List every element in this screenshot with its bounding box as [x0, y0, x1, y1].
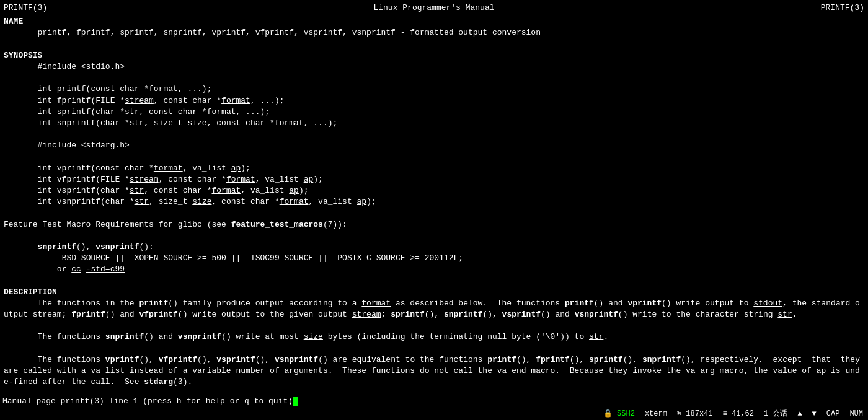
prompt-bar: Manual page printf(3) line 1 (press h fo…	[0, 395, 868, 408]
man-page-content: PRINTF(3) Linux Programmer's Manual PRIN…	[0, 0, 868, 401]
snprintf-or: or cc -std=c99	[4, 264, 864, 275]
blank-4	[4, 151, 864, 162]
status-ssh2: 🔒 SSH2	[601, 409, 637, 419]
synopsis-vfunc-2: int vfprintf(FILE *stream, const char *f…	[4, 174, 864, 185]
section-name-title: NAME	[4, 16, 864, 27]
desc-line-2: The functions snprintf() and vsnprintf()…	[4, 331, 864, 343]
desc-line-3: The functions vprintf(), vfprintf(), vsp…	[4, 354, 864, 388]
synopsis-vfunc-4: int vsnprintf(char *str, size_t size, co…	[4, 196, 864, 208]
synopsis-func-3: int sprintf(char *str, const char *forma…	[4, 107, 864, 118]
blank-3	[4, 129, 864, 140]
synopsis-func-4: int snprintf(char *str, size_t size, con…	[4, 118, 864, 129]
blank-8	[4, 320, 864, 331]
synopsis-func-1: int printf(const char *format, ...);	[4, 84, 864, 95]
snprintf-label: snprintf(), vsnprintf():	[4, 242, 864, 253]
section-description-title: DESCRIPTION	[4, 287, 864, 298]
status-num: NUM	[847, 409, 866, 419]
status-scroll-up[interactable]: ▲	[795, 409, 804, 419]
status-xterm: xterm	[642, 409, 670, 419]
prompt-cursor	[293, 397, 298, 406]
status-dimensions: ⌘ 187x41	[675, 409, 715, 419]
status-right-items: 🔒 SSH2 xterm ⌘ 187x41 ≡ 41,62 1 会话 ▲ ▼ C…	[601, 409, 868, 419]
status-session: 1 会话	[761, 409, 790, 419]
header-center: Linux Programmer's Manual	[373, 2, 494, 14]
blank-6	[4, 230, 864, 242]
prompt-text: Manual page printf(3) line 1 (press h fo…	[0, 396, 293, 407]
section-synopsis-title: SYNOPSIS	[4, 50, 864, 61]
blank-1	[4, 39, 864, 50]
blank-5	[4, 208, 864, 219]
snprintf-macro: _BSD_SOURCE || _XOPEN_SOURCE >= 500 || _…	[4, 253, 864, 264]
synopsis-func-2: int fprintf(FILE *stream, const char *fo…	[4, 95, 864, 107]
blank-9	[4, 343, 864, 354]
status-position: ≡ 41,62	[720, 409, 756, 419]
header-right: PRINTF(3)	[821, 2, 864, 14]
blank-7	[4, 276, 864, 287]
synopsis-vfunc-3: int vsprintf(char *str, const char *form…	[4, 185, 864, 196]
man-header: PRINTF(3) Linux Programmer's Manual PRIN…	[4, 2, 864, 14]
blank-2	[4, 72, 864, 84]
synopsis-vfunc-1: int vprintf(const char *format, va_list …	[4, 163, 864, 174]
status-bar: 🔒 SSH2 xterm ⌘ 187x41 ≡ 41,62 1 会话 ▲ ▼ C…	[0, 408, 868, 420]
desc-line-1: The functions in the printf() family pro…	[4, 298, 864, 320]
synopsis-include2: #include <stdarg.h>	[4, 140, 864, 151]
status-scroll-down[interactable]: ▼	[810, 409, 819, 419]
status-cap: CAP	[824, 409, 843, 419]
feature-test-line: Feature Test Macro Requirements for glib…	[4, 219, 864, 230]
header-left: PRINTF(3)	[4, 2, 47, 14]
synopsis-include1: #include <stdio.h>	[4, 61, 864, 72]
section-name-content: printf, fprintf, sprintf, snprintf, vpri…	[4, 27, 864, 38]
